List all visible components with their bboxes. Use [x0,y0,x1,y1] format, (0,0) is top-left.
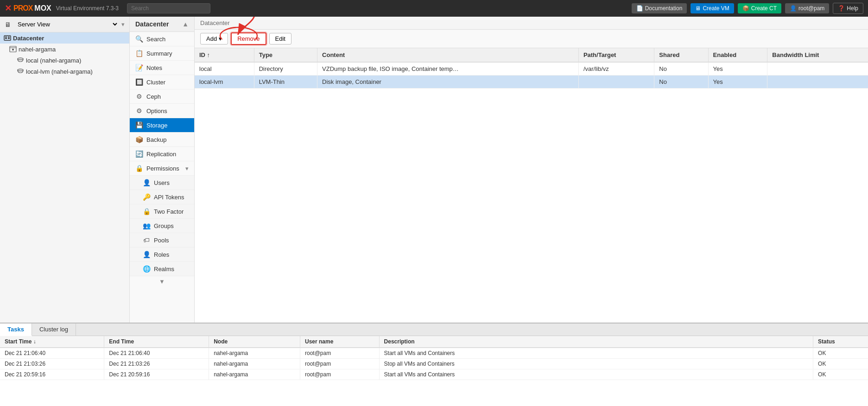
svg-rect-1 [5,37,7,38]
search-icon: 🔍 [135,35,143,43]
tasks-header-row: Start Time ↓ End Time Node User name Des… [0,336,868,348]
list-item[interactable]: Dec 21 20:59:16Dec 21 20:59:16nahel-arga… [0,369,868,380]
documentation-button[interactable]: 📄 Documentation [632,3,687,13]
left-sidebar: 🖥 Server View ▾ Datacenter [0,17,130,323]
node-nahel-label: nahel-argama [19,46,56,53]
replication-icon: 🔄 [135,150,143,158]
col-end-time[interactable]: End Time [104,336,209,348]
cell-status: OK [813,359,868,369]
doc-icon: 📄 [636,5,643,12]
col-type[interactable]: Type [254,48,317,62]
user-icon: 👤 [790,5,797,12]
sidebar-item-options[interactable]: ⚙ Options [130,104,194,118]
remove-button[interactable]: Remove [231,32,266,45]
bottom-tabs: Tasks Cluster log [0,324,868,336]
cell-id: local-lvm [195,76,254,89]
tree: Datacenter nahel-argama [0,32,129,323]
add-button[interactable]: Add ▾ [200,33,228,44]
createct-icon: 📦 [742,5,749,12]
sidebar-item-groups[interactable]: 👥 Groups [130,219,194,233]
cell-type: Directory [254,62,317,76]
cell-shared: No [654,62,708,76]
sidebar-item-roles[interactable]: 👤 Roles [130,247,194,262]
sidebar-item-cluster[interactable]: 🔲 Cluster [130,75,194,89]
svg-rect-3 [8,37,10,38]
users-icon: 👤 [143,179,150,186]
sidebar-item-replication[interactable]: 🔄 Replication [130,147,194,161]
server-view-select[interactable]: Server View [14,19,119,29]
sidebar-item-pools[interactable]: 🏷 Pools [130,233,194,247]
sidebar-item-ceph[interactable]: ⚙ Ceph [130,89,194,104]
user-menu-button[interactable]: 👤 root@pam [785,3,829,13]
sidebar-item-api-tokens[interactable]: 🔑 API Tokens [130,190,194,204]
col-description[interactable]: Description [379,336,813,348]
mid-panel: ▲ Datacenter 🔍 Search 📋 Summary 📝 Notes … [130,17,195,323]
topbar-search-box[interactable] [127,3,210,13]
bottom-panel: Tasks Cluster log Start Time ↓ End Time … [0,323,868,406]
help-icon: ❓ [838,5,845,12]
svg-point-11 [18,69,23,71]
col-content[interactable]: Content [317,48,579,62]
options-icon: ⚙ [135,107,143,114]
main-layout: 🖥 Server View ▾ Datacenter [0,17,868,323]
cell-username: root@pam [300,348,379,359]
storage-table: ID ↑ Type Content Path/Target Shared Ena… [195,48,868,89]
svg-point-7 [12,49,14,51]
table-row[interactable]: localDirectoryVZDump backup file, ISO im… [195,62,868,76]
table-row[interactable]: local-lvmLVM-ThinDisk image, ContainerNo… [195,76,868,89]
col-node[interactable]: Node [209,336,300,348]
storage-local-icon [17,57,24,64]
groups-icon: 👥 [143,222,150,229]
sidebar-item-realms[interactable]: 🌐 Realms [130,262,194,276]
cell-description: Start all VMs and Containers [379,348,813,359]
chevron-down-icon: ▼ [159,278,165,285]
tab-tasks[interactable]: Tasks [0,324,32,336]
toolbar: Add ▾ Remove [195,30,868,48]
sidebar-item-search[interactable]: 🔍 Search [130,32,194,46]
sidebar-item-permissions[interactable]: 🔒 Permissions ▾ [130,161,194,176]
sidebar-item-backup[interactable]: 📦 Backup [130,133,194,147]
col-bandwidth[interactable]: Bandwidth Limit [767,48,868,62]
list-item[interactable]: Dec 21 21:03:26Dec 21 21:03:26nahel-arga… [0,359,868,369]
node-icon [9,45,17,53]
tree-item-node-nahel[interactable]: nahel-argama [0,44,129,55]
nav-collapse-button[interactable]: ▼ [130,276,194,287]
col-shared[interactable]: Shared [654,48,708,62]
summary-icon: 📋 [135,50,143,57]
sidebar-item-users[interactable]: 👤 Users [130,176,194,190]
sidebar-item-notes[interactable]: 📝 Notes [130,61,194,75]
col-path[interactable]: Path/Target [578,48,654,62]
cluster-icon: 🔲 [135,78,143,86]
cell-username: root@pam [300,369,379,380]
storage-table-body: localDirectoryVZDump backup file, ISO im… [195,62,868,89]
create-ct-button[interactable]: 📦 Create CT [738,3,781,13]
topbar-search-input[interactable] [127,3,210,13]
help-button[interactable]: ❓ Help [833,3,863,14]
chevron-down-icon: ▾ [121,21,125,28]
cell-username: root@pam [300,359,379,369]
tree-item-local[interactable]: local (nahel-argama) [0,55,129,66]
tree-item-local-lvm[interactable]: local-lvm (nahel-argama) [0,66,129,77]
local-lvm-label: local-lvm (nahel-argama) [26,68,93,75]
server-view-icon: 🖥 [5,21,11,28]
col-username[interactable]: User name [300,336,379,348]
collapse-up-icon[interactable]: ▲ [182,20,189,28]
list-item[interactable]: Dec 21 21:06:40Dec 21 21:06:40nahel-arga… [0,348,868,359]
local-label: local (nahel-argama) [26,57,81,64]
col-status[interactable]: Status [813,336,868,348]
sidebar-item-two-factor[interactable]: 🔒 Two Factor [130,204,194,219]
col-start-time[interactable]: Start Time ↓ [0,336,104,348]
cell-node: nahel-argama [209,348,300,359]
edit-button[interactable]: Edit [269,33,291,44]
col-id[interactable]: ID ↑ [195,48,254,62]
tree-item-datacenter[interactable]: Datacenter [0,32,129,44]
col-enabled[interactable]: Enabled [708,48,767,62]
cell-path: /var/lib/vz [578,62,654,76]
storage-icon: 💾 [135,121,143,129]
tasks-table-body: Dec 21 21:06:40Dec 21 21:06:40nahel-arga… [0,348,868,380]
create-vm-button[interactable]: 🖥 Create VM [691,3,734,13]
sidebar-item-summary[interactable]: 📋 Summary [130,46,194,61]
tab-cluster-log[interactable]: Cluster log [32,324,76,336]
sidebar-item-storage[interactable]: 💾 Storage [130,118,194,133]
cell-content: Disk image, Container [317,76,579,89]
